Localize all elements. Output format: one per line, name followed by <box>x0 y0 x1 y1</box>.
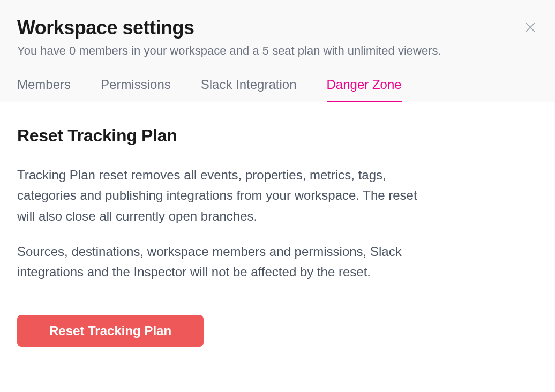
close-icon <box>524 21 536 35</box>
page-subtitle: You have 0 members in your workspace and… <box>17 43 538 59</box>
tab-slack-integration[interactable]: Slack Integration <box>201 71 297 102</box>
reset-description-1: Tracking Plan reset removes all events, … <box>17 165 424 227</box>
close-button[interactable] <box>523 20 538 35</box>
page-title: Workspace settings <box>17 16 538 39</box>
workspace-settings-modal: Workspace settings You have 0 members in… <box>0 0 555 392</box>
modal-header: Workspace settings You have 0 members in… <box>0 0 555 71</box>
section-title-reset: Reset Tracking Plan <box>17 126 538 146</box>
tab-members[interactable]: Members <box>17 71 71 102</box>
tab-content: Reset Tracking Plan Tracking Plan reset … <box>0 102 555 392</box>
tab-permissions[interactable]: Permissions <box>101 71 171 102</box>
tabs-nav: Members Permissions Slack Integration Da… <box>0 71 555 102</box>
reset-tracking-plan-button[interactable]: Reset Tracking Plan <box>17 315 204 347</box>
tab-danger-zone[interactable]: Danger Zone <box>327 71 402 102</box>
reset-description-2: Sources, destinations, workspace members… <box>17 242 424 283</box>
